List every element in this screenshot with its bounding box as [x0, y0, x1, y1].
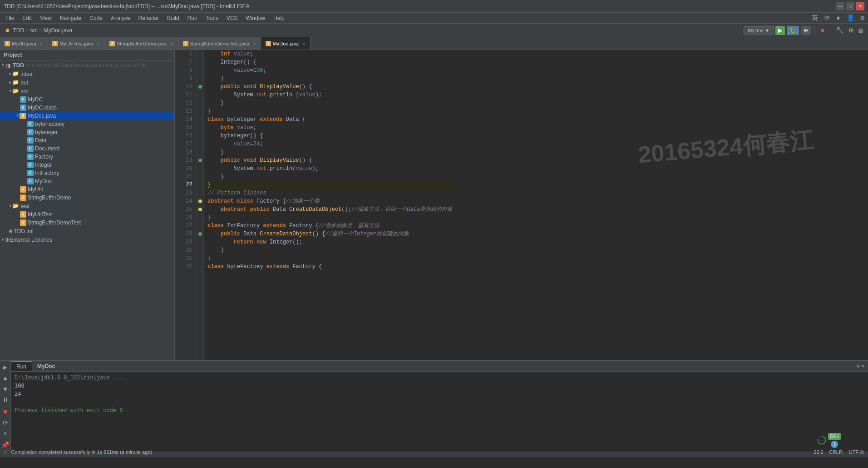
minimize-button[interactable]: —: [836, 2, 844, 10]
tree-item-integer[interactable]: C Integer: [0, 161, 174, 169]
menu-vcs[interactable]: VCS: [223, 14, 242, 22]
tree-item-byteteger[interactable]: C byteteger: [0, 128, 174, 136]
tab-close-stringbufferdemotest[interactable]: ×: [253, 41, 256, 46]
tree-arrow-tdd[interactable]: ▼: [2, 63, 4, 68]
toolbar-project-icon: ■: [4, 26, 11, 35]
tree-item-data[interactable]: C Data: [0, 136, 174, 144]
ime-icon[interactable]: 英: [810, 13, 820, 23]
code-line-25: abstract public Data CreateDataObject();…: [204, 205, 453, 214]
run-button[interactable]: ▶: [775, 26, 785, 35]
bottom-settings-icon[interactable]: ⚙: [857, 363, 860, 369]
bottom-tab-mydoc[interactable]: MyDoc: [32, 361, 60, 371]
debug-button[interactable]: 🐛: [787, 26, 799, 35]
tree-item-idea[interactable]: ▶ 📁 .idea: [0, 70, 174, 78]
factory-icon: C: [27, 154, 34, 160]
run-close-button[interactable]: ×: [2, 429, 8, 438]
tree-item-tddiml[interactable]: ◉ TDD.iml: [0, 227, 174, 235]
mydc-class-icon: C: [20, 96, 26, 103]
code-line-20: System.out.println(value);: [204, 164, 453, 173]
run-scroll-down-button[interactable]: ▼: [2, 385, 8, 394]
tab-myutil[interactable]: J MyUtil.java ×: [0, 37, 48, 50]
sync-icon[interactable]: ⟳: [823, 13, 832, 23]
tree-arrow-out[interactable]: ▶: [9, 80, 11, 85]
tab-close-myutiltest[interactable]: ×: [97, 41, 99, 46]
menu-refactor[interactable]: Refactor: [135, 14, 163, 22]
layout-icon[interactable]: ▤: [857, 25, 864, 35]
tab-mydoc[interactable]: J MyDoc.java ×: [261, 37, 311, 50]
bookmark-icon[interactable]: ♦: [834, 14, 842, 23]
build-icon[interactable]: 🔨: [834, 25, 845, 35]
tree-arrow-mydoc[interactable]: ▼: [16, 114, 19, 118]
tab-stringbufferdemotest[interactable]: J StringBufferDemoTest.java ×: [178, 37, 261, 50]
status-encoding[interactable]: UTF-8:: [849, 449, 864, 455]
tree-item-mydoc[interactable]: ▼ J MyDoc.java: [0, 112, 174, 120]
tree-label-mydoc-class: MyDoc: [35, 178, 52, 184]
close-button[interactable]: ✕: [856, 2, 864, 10]
run-play-button[interactable]: ▶: [2, 363, 8, 372]
tree-item-extlibs[interactable]: ▶ ◨ External Libraries: [0, 235, 174, 244]
stop-button[interactable]: ◼: [819, 25, 826, 35]
ln-30: 30: [178, 246, 192, 254]
tree-arrow-src[interactable]: ▼: [9, 89, 11, 94]
tab-close-stringbufferdemo[interactable]: ×: [170, 41, 173, 46]
code-line-18: }: [204, 148, 453, 156]
user-icon[interactable]: 👤: [845, 13, 856, 23]
tree-item-mydc[interactable]: C MyDC: [0, 95, 174, 104]
run-scroll-up-button[interactable]: ▲: [2, 374, 8, 383]
code-content: 6 7 8 9 10 11 12 13 14 15 16 17 18 19 20…: [175, 50, 868, 360]
line-numbers: 6 7 8 9 10 11 12 13 14 15 16 17 18 19 20…: [175, 50, 197, 360]
ln-32: 32: [178, 263, 192, 271]
menu-bar: File Edit View Navigate Code Analyze Ref…: [0, 13, 868, 24]
tree-arrow-test[interactable]: ▼: [9, 204, 11, 209]
run-stop-button[interactable]: ◼: [2, 407, 8, 416]
settings-icon[interactable]: ⚙: [859, 13, 866, 23]
menu-file[interactable]: File: [2, 14, 18, 22]
maximize-button[interactable]: □: [846, 2, 854, 10]
tree-item-mydoc-class[interactable]: C MyDoc: [0, 177, 174, 185]
bottom-close-icon[interactable]: ×: [861, 363, 864, 369]
run-rerun-button[interactable]: ⟳: [2, 418, 9, 428]
tree-item-document[interactable]: C Document: [0, 144, 174, 153]
tree-item-myutiltest[interactable]: J MyUtilTest: [0, 210, 174, 219]
code-editor[interactable]: 20165324何春江 6 7 8 9 10 11 12 13 14 15 16: [175, 50, 868, 360]
menu-tools[interactable]: Tools: [202, 14, 222, 22]
tree-item-out[interactable]: ▶ 📁 out: [0, 78, 174, 87]
bottom-tab-actions: ⚙ ×: [857, 363, 868, 369]
tree-item-bytefactoey[interactable]: C byteFactoey: [0, 120, 174, 128]
tree-item-tdd[interactable]: ▼ ◨ TDD C:\Users\81052\IdeaProjects\java…: [0, 61, 174, 70]
tree-item-src[interactable]: ▼ 📂 src: [0, 87, 174, 95]
tab-close-mydoc[interactable]: ×: [302, 41, 305, 46]
out-folder-icon: 📁: [12, 79, 19, 86]
menu-build[interactable]: Build: [163, 14, 183, 22]
menu-code[interactable]: Code: [86, 14, 106, 22]
tab-myutiltest[interactable]: J MyUtilTest.java ×: [48, 37, 104, 50]
tree-item-stringbufferdemotest[interactable]: J StringBufferDemoTest: [0, 219, 174, 227]
bottom-tab-run[interactable]: Run: [11, 361, 32, 371]
code-lines[interactable]: int value; Integer() { value=100; } publ…: [204, 50, 453, 360]
tree-item-test[interactable]: ▼ 📂 test: [0, 202, 174, 210]
menu-analyze[interactable]: Analyze: [107, 14, 134, 22]
run-config-selector[interactable]: MyDoc ▼: [744, 26, 774, 35]
tree-arrow-extlibs[interactable]: ▶: [2, 237, 4, 242]
menu-navigate[interactable]: Navigate: [56, 14, 85, 22]
tree-label-test: test: [20, 203, 29, 209]
menu-edit[interactable]: Edit: [19, 14, 35, 22]
menu-view[interactable]: View: [36, 14, 55, 22]
run-with-coverage-button[interactable]: ⊕: [801, 26, 811, 35]
menu-window[interactable]: Window: [242, 14, 269, 22]
menu-run[interactable]: Run: [184, 14, 201, 22]
tree-item-intfactory[interactable]: C IntFactory: [0, 169, 174, 177]
stringbufferdemotest-icon: J: [20, 219, 26, 226]
code-line-19: public void DisplayValue() {: [204, 156, 453, 164]
tree-item-mydc-class[interactable]: C MyDC.class: [0, 104, 174, 112]
gutter-15: [197, 124, 203, 132]
tree-arrow-idea[interactable]: ▶: [9, 71, 11, 76]
tree-item-factory[interactable]: C Factory: [0, 153, 174, 161]
tab-close-myutil[interactable]: ×: [40, 41, 43, 46]
menu-help[interactable]: Help: [270, 14, 288, 22]
tab-stringbufferdemo[interactable]: J StringBufferDemo.java ×: [105, 37, 178, 50]
tree-item-stringbufferdemo[interactable]: J StringBufferDemo: [0, 194, 174, 202]
expand-icon[interactable]: ⊞: [847, 25, 855, 36]
tree-item-myutil[interactable]: J MyUtil: [0, 185, 174, 194]
run-pause-button[interactable]: ⏸: [1, 396, 10, 405]
